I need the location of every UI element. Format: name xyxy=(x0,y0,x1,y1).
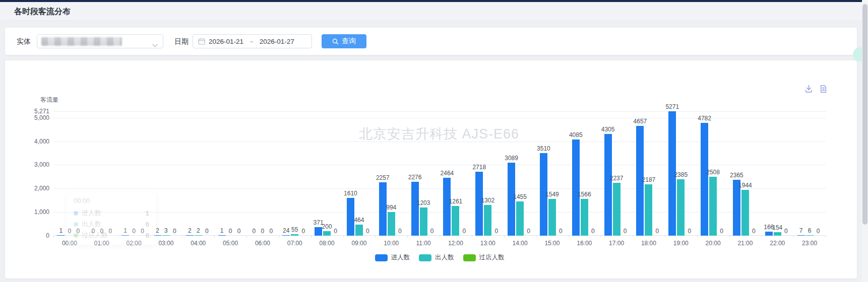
bar-exit-18:00[interactable] xyxy=(645,184,652,236)
search-button[interactable]: 查询 xyxy=(322,34,366,48)
bar-enter-11:00[interactable] xyxy=(411,182,419,236)
bar-group-19:00: 527123850 xyxy=(665,111,697,236)
bar-value-label: 0 xyxy=(430,228,434,235)
tooltip-series-name: 过店人数 xyxy=(82,231,108,240)
bar-enter-22:00[interactable] xyxy=(765,232,773,236)
bar-exit-10:00[interactable] xyxy=(388,212,395,236)
bar-enter-12:00[interactable] xyxy=(443,178,451,236)
x-axis-tick xyxy=(407,236,408,238)
bar-exit-09:00[interactable] xyxy=(355,225,363,236)
bar-column-exit: 2 xyxy=(195,235,202,236)
bar-enter-00:00[interactable] xyxy=(57,235,65,236)
bar-value-label: 7 xyxy=(799,227,803,234)
bar-enter-10:00[interactable] xyxy=(379,182,387,236)
tooltip-series-name: 出人数 xyxy=(82,220,101,229)
bar-exit-13:00[interactable] xyxy=(484,205,491,236)
bar-enter-09:00[interactable] xyxy=(347,198,354,236)
tooltip-title: 00:00 xyxy=(74,197,149,204)
x-axis-tick xyxy=(729,236,730,238)
download-icon[interactable] xyxy=(804,85,813,93)
bar-group-14:00: 308914550 xyxy=(504,111,536,236)
bar-exit-19:00[interactable] xyxy=(677,179,685,236)
bar-enter-20:00[interactable] xyxy=(701,123,708,236)
bar-group-16:00: 408515660 xyxy=(568,111,600,236)
scrollbar-thumb[interactable] xyxy=(862,4,867,225)
legend-label: 过店人数 xyxy=(479,253,505,262)
tooltip-row: 进人数1 xyxy=(74,207,149,219)
bar-group-10:00: 22579940 xyxy=(375,111,407,236)
bar-exit-20:00[interactable] xyxy=(709,177,717,236)
bar-value-label: 0 xyxy=(527,228,530,235)
calendar-icon xyxy=(198,38,205,45)
bar-column-enter: 1610 xyxy=(347,198,354,236)
bar-exit-23:00[interactable] xyxy=(806,235,814,236)
bar-value-label: 1549 xyxy=(545,191,559,198)
date-range-picker[interactable]: 2026-01-21 ~ 2026-01-27 xyxy=(193,34,312,48)
y-axis-tick-label: 3,000 xyxy=(5,161,49,168)
bar-enter-07:00[interactable] xyxy=(282,235,290,236)
x-axis-label-14:00: 14:00 xyxy=(504,240,536,247)
bar-column-exit: 200 xyxy=(323,231,331,236)
bar-exit-03:00[interactable] xyxy=(162,235,170,236)
chart-legend: 进人数出人数过店人数 xyxy=(53,253,826,262)
x-axis-label-13:00: 13:00 xyxy=(472,240,504,247)
bar-exit-22:00[interactable] xyxy=(774,232,781,236)
bar-enter-23:00[interactable] xyxy=(797,235,805,236)
bar-exit-15:00[interactable] xyxy=(548,199,556,236)
bar-exit-04:00[interactable] xyxy=(195,235,202,236)
bar-enter-04:00[interactable] xyxy=(186,235,194,236)
y-axis-name: 客流量 xyxy=(40,96,58,104)
tooltip-row: 出人数0 xyxy=(74,219,149,230)
bar-exit-07:00[interactable] xyxy=(291,234,298,236)
bar-column-exit: 2508 xyxy=(709,177,717,236)
bar-exit-14:00[interactable] xyxy=(516,201,524,236)
bar-group-20:00: 478225080 xyxy=(697,111,729,236)
bar-column-enter: 166 xyxy=(765,232,773,236)
bar-group-21:00: 236519440 xyxy=(729,111,762,236)
bar-enter-16:00[interactable] xyxy=(572,139,580,236)
x-axis-tick xyxy=(504,236,505,238)
bar-value-label: 0 xyxy=(817,228,820,235)
bar-value-label: 2237 xyxy=(610,175,624,182)
legend-item-pass[interactable]: 过店人数 xyxy=(463,253,505,262)
bar-value-label: 1 xyxy=(59,227,63,234)
bar-value-label: 0 xyxy=(270,228,273,235)
bar-enter-05:00[interactable] xyxy=(218,235,226,236)
bar-value-label: 4085 xyxy=(569,131,583,138)
bar-value-label: 0 xyxy=(334,228,337,235)
data-view-icon[interactable] xyxy=(819,85,828,93)
bar-exit-17:00[interactable] xyxy=(613,183,621,236)
bar-exit-21:00[interactable] xyxy=(741,190,749,236)
bar-value-label: 3089 xyxy=(505,155,518,162)
x-axis-label-20:00: 20:00 xyxy=(697,240,729,247)
bar-exit-12:00[interactable] xyxy=(452,206,459,236)
bar-column-exit: 1549 xyxy=(548,199,556,236)
bar-exit-16:00[interactable] xyxy=(581,199,588,236)
legend-swatch-exit xyxy=(419,254,431,261)
x-axis-tick xyxy=(440,236,440,238)
bar-group-09:00: 16104640 xyxy=(343,111,376,236)
bar-group-05:00: 100 xyxy=(214,111,246,236)
bar-exit-08:00[interactable] xyxy=(323,231,331,236)
x-axis-tick xyxy=(472,236,472,238)
tooltip-series-dot xyxy=(74,211,78,216)
entity-select[interactable] xyxy=(37,34,163,48)
legend-item-enter[interactable]: 进人数 xyxy=(375,253,410,262)
bar-group-06:00: 000 xyxy=(246,111,279,236)
bar-value-label: 1610 xyxy=(344,190,357,197)
bar-enter-17:00[interactable] xyxy=(604,134,612,236)
bar-column-exit: 994 xyxy=(388,212,395,236)
x-axis-label-08:00: 08:00 xyxy=(311,240,343,247)
bar-exit-11:00[interactable] xyxy=(420,207,427,236)
x-axis-label-06:00: 06:00 xyxy=(246,240,279,247)
date-start-value[interactable]: 2026-01-21 xyxy=(209,38,243,45)
x-axis-label-12:00: 12:00 xyxy=(440,240,472,247)
date-label: 日期 xyxy=(174,37,189,46)
date-end-value[interactable]: 2026-01-27 xyxy=(260,38,294,45)
legend-item-exit[interactable]: 出人数 xyxy=(419,253,454,262)
bar-group-11:00: 227612030 xyxy=(407,111,440,236)
bar-group-07:00: 24550 xyxy=(279,111,311,236)
bar-enter-08:00[interactable] xyxy=(315,227,322,236)
bar-column-enter: 24 xyxy=(282,235,290,236)
bar-column-enter: 1 xyxy=(218,235,226,236)
